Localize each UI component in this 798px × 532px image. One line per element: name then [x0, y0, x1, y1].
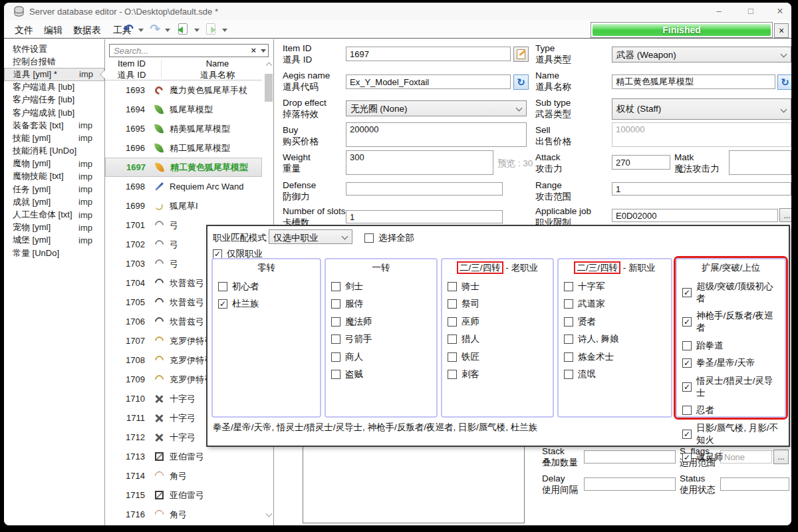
- sidebar-item[interactable]: 常量 [UnDo]: [4, 247, 104, 259]
- job-checkbox[interactable]: 初心者: [218, 281, 315, 293]
- job-checkbox[interactable]: 流氓: [564, 368, 666, 380]
- job-checkbox[interactable]: ✓超级/突破/顶级初心者: [682, 281, 779, 305]
- job-checkbox[interactable]: 十字军: [564, 281, 666, 293]
- aegis-name-input[interactable]: [346, 74, 511, 89]
- job-checkbox[interactable]: 巫师: [448, 316, 547, 328]
- job-checkbox[interactable]: 剑士: [331, 281, 431, 293]
- sidebar-item[interactable]: 道具 [yml] *imp: [4, 68, 104, 80]
- job-checkbox[interactable]: ✓悟灵士/猎灵士/灵导士: [682, 375, 779, 399]
- delay-input[interactable]: [584, 477, 676, 491]
- item-row[interactable]: 1714角弓: [105, 466, 262, 485]
- redo-icon[interactable]: ↷: [148, 23, 162, 36]
- sidebar-item[interactable]: 客户端任务 [lub]: [4, 94, 104, 106]
- status-input[interactable]: [720, 477, 789, 491]
- job-checkbox[interactable]: 炼金术士: [564, 351, 666, 363]
- undo-dropdown-icon[interactable]: [138, 29, 144, 35]
- buy-input[interactable]: 200000: [346, 122, 527, 147]
- menu-edit[interactable]: 编辑: [41, 23, 65, 38]
- sidebar-item[interactable]: 人工生命体 [txt]imp: [4, 208, 104, 221]
- progress-close-button[interactable]: ×: [774, 23, 789, 38]
- job-checkbox[interactable]: 服侍: [331, 298, 431, 310]
- item-row[interactable]: 1716角弓: [105, 505, 262, 524]
- stack-input[interactable]: [584, 450, 676, 464]
- sidebar-item[interactable]: 魔物 [yml]imp: [4, 158, 104, 170]
- export-icon[interactable]: [206, 23, 215, 35]
- import-button[interactable]: imp: [78, 120, 92, 130]
- job-checkbox[interactable]: 贤者: [564, 316, 666, 328]
- sidebar-item[interactable]: 城堡 [yml]imp: [4, 234, 104, 247]
- item-row[interactable]: 1715亚伯雷弓: [105, 485, 262, 505]
- item-row[interactable]: 1699狐尾草I: [105, 196, 262, 215]
- import-button[interactable]: imp: [78, 172, 92, 182]
- redo-dropdown-icon[interactable]: [165, 29, 170, 35]
- name-input[interactable]: [612, 74, 775, 89]
- menu-file[interactable]: 文件: [12, 23, 36, 38]
- import-button[interactable]: imp: [78, 223, 92, 233]
- job-checkbox[interactable]: 商人: [331, 351, 431, 363]
- col-name-en[interactable]: Name: [174, 59, 261, 68]
- search-clear-icon[interactable]: ×: [251, 45, 256, 55]
- job-checkbox[interactable]: 刺客: [448, 368, 547, 380]
- job-checkbox[interactable]: 盗贼: [331, 368, 431, 380]
- sidebar-item[interactable]: 任务 [yml]imp: [4, 183, 104, 196]
- sidebar-item[interactable]: 装备套装 [txt]imp: [4, 119, 104, 132]
- sync-aegis-icon[interactable]: ↻: [513, 74, 529, 90]
- range-input[interactable]: [612, 182, 791, 196]
- search-input[interactable]: Search... ×: [109, 44, 269, 57]
- sidebar-item[interactable]: 魔物技能 [txt]imp: [4, 170, 104, 183]
- close-button[interactable]: ×: [769, 3, 791, 20]
- type-select[interactable]: 武器 (Weapon): [612, 47, 791, 63]
- import-button[interactable]: imp: [78, 197, 92, 207]
- item-id-input[interactable]: [346, 47, 511, 61]
- minimize-button[interactable]: –: [708, 3, 730, 20]
- job-checkbox[interactable]: 忍者: [682, 404, 779, 416]
- drop-effect-select[interactable]: 无光圈 (None): [346, 100, 527, 116]
- import-dropdown-icon[interactable]: [194, 29, 200, 35]
- sell-input[interactable]: [612, 122, 791, 147]
- job-checkbox[interactable]: 武道家: [564, 298, 666, 310]
- job-checkbox[interactable]: ✓魂灵师: [682, 452, 779, 464]
- sidebar-item[interactable]: 宠物 [yml]imp: [4, 221, 104, 234]
- sidebar-item[interactable]: 客户端道具 [lub]: [4, 81, 104, 94]
- item-row[interactable]: 1694狐尾草模型: [105, 100, 262, 119]
- item-row[interactable]: 1698Requiem Arc Wand: [105, 177, 262, 196]
- sidebar-item[interactable]: 技能 [yml]imp: [4, 132, 104, 144]
- job-checkbox[interactable]: 诗人, 舞娘: [564, 333, 666, 345]
- job-checkbox[interactable]: ✓日影/蜃气楼, 月影/不知火: [682, 422, 779, 446]
- scrollbar-thumb[interactable]: [265, 74, 273, 102]
- job-mode-select[interactable]: 仅选中职业: [269, 229, 352, 244]
- item-row[interactable]: 1695精美狐尾草模型: [105, 119, 262, 138]
- sidebar-item[interactable]: 控制台报错: [4, 55, 104, 68]
- sidebar-item[interactable]: 技能消耗 [UnDo]: [4, 145, 104, 158]
- export-dropdown-icon[interactable]: [222, 29, 227, 35]
- import-button[interactable]: imp: [78, 210, 92, 220]
- col-item-id-en[interactable]: Item ID: [105, 59, 158, 68]
- item-row[interactable]: 1693魔力黄色狐尾草手杖: [105, 80, 262, 100]
- sync-name-icon[interactable]: ↻: [777, 74, 791, 90]
- scroll-down-icon[interactable]: [263, 510, 274, 521]
- job-checkbox[interactable]: ✓神枪手/反叛者/夜巡者: [682, 310, 779, 334]
- job-checkbox[interactable]: ✓拳圣/星帝/天帝: [682, 357, 779, 369]
- sidebar-item[interactable]: 成就 [yml]imp: [4, 196, 104, 208]
- job-checkbox[interactable]: 弓箭手: [331, 333, 431, 345]
- slots-input[interactable]: [346, 210, 503, 223]
- maximize-button[interactable]: □: [739, 3, 762, 20]
- job-checkbox[interactable]: ✓杜兰族: [218, 298, 315, 310]
- edit-id-button[interactable]: [513, 47, 529, 62]
- job-checkbox[interactable]: 猎人: [448, 333, 547, 345]
- job-checkbox[interactable]: 骑士: [448, 281, 547, 293]
- job-checkbox[interactable]: 魔法师: [331, 316, 431, 328]
- import-icon[interactable]: [178, 23, 188, 35]
- import-button[interactable]: imp: [78, 159, 92, 169]
- weight-input[interactable]: 300: [346, 150, 493, 175]
- col-item-id-zh[interactable]: 道具 ID: [105, 69, 158, 81]
- select-all-checkbox[interactable]: 选择全部: [364, 232, 414, 244]
- matk-input[interactable]: [729, 150, 791, 175]
- sub-type-select[interactable]: 权杖 (Staff): [612, 98, 791, 120]
- undo-icon[interactable]: ↶: [121, 23, 136, 36]
- attack-input[interactable]: [612, 155, 670, 170]
- item-row[interactable]: 1697精工黄色狐尾草模型: [105, 158, 262, 177]
- defense-input[interactable]: [346, 182, 503, 196]
- scroll-up-icon[interactable]: [263, 59, 274, 70]
- item-row[interactable]: 1696精工狐尾草模型: [105, 138, 262, 158]
